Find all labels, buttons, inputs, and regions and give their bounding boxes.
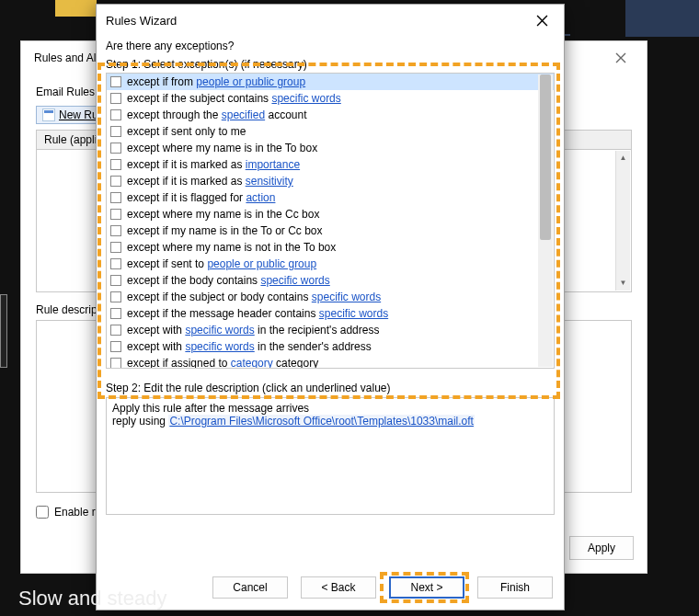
exception-checkbox[interactable] bbox=[110, 341, 121, 352]
exception-link[interactable]: specific words bbox=[185, 340, 254, 353]
step1-label: Step 1: Select exception(s) (if necessar… bbox=[106, 58, 555, 71]
scrollbar[interactable] bbox=[538, 74, 553, 367]
exception-checkbox[interactable] bbox=[110, 325, 121, 336]
exception-link[interactable]: sensitivity bbox=[246, 175, 293, 188]
exception-text: except if it is marked as sensitivity bbox=[127, 175, 293, 188]
folder-icon-fragment bbox=[55, 0, 97, 17]
exception-row[interactable]: except where my name is in the To box bbox=[107, 140, 554, 156]
exception-link[interactable]: importance bbox=[246, 158, 300, 171]
exception-checkbox[interactable] bbox=[110, 209, 121, 220]
exception-checkbox[interactable] bbox=[110, 159, 121, 170]
close-icon[interactable] bbox=[608, 45, 634, 71]
exception-row[interactable]: except if it is marked as importance bbox=[107, 156, 554, 173]
exception-text: except if the subject contains specific … bbox=[127, 92, 341, 105]
apply-button[interactable]: Apply bbox=[569, 536, 634, 560]
exception-row[interactable]: except if my name is in the To or Cc box bbox=[107, 222, 554, 239]
exception-text: except with specific words in the sender… bbox=[127, 340, 372, 353]
exception-checkbox[interactable] bbox=[110, 143, 121, 154]
cancel-button[interactable]: Cancel bbox=[212, 576, 288, 599]
exception-checkbox[interactable] bbox=[110, 225, 121, 236]
exception-link[interactable]: category bbox=[231, 357, 273, 369]
enable-rss-checkbox[interactable] bbox=[36, 506, 49, 519]
exception-row[interactable]: except if the message header contains sp… bbox=[107, 305, 554, 322]
exception-checkbox[interactable] bbox=[110, 76, 121, 87]
exception-checkbox[interactable] bbox=[110, 291, 121, 302]
exception-row[interactable]: except where my name is in the Cc box bbox=[107, 206, 554, 222]
exception-row[interactable]: except if it is marked as sensitivity bbox=[107, 173, 554, 189]
exception-row[interactable]: except if sent to people or public group bbox=[107, 256, 554, 272]
exception-row[interactable]: except with specific words in the sender… bbox=[107, 338, 554, 355]
exception-text: except if sent to people or public group bbox=[127, 257, 316, 270]
exception-text: except where my name is in the To box bbox=[127, 142, 317, 154]
exception-link[interactable]: specific words bbox=[185, 324, 254, 337]
exception-text: except if the body contains specific wor… bbox=[127, 274, 330, 287]
exception-text: except with specific words in the recipi… bbox=[127, 324, 379, 337]
exception-text: except if assigned to category category bbox=[127, 357, 318, 369]
close-icon[interactable] bbox=[529, 7, 555, 33]
exception-text: except if the message header contains sp… bbox=[127, 307, 388, 320]
new-rule-icon bbox=[42, 108, 55, 121]
scrollbar-thumb[interactable] bbox=[540, 74, 551, 240]
exception-link[interactable]: specific words bbox=[319, 307, 388, 320]
desc-line-2: reply using C:\Program Files\Microsoft O… bbox=[112, 415, 548, 428]
wizard-title: Rules Wizard bbox=[106, 14, 177, 28]
exception-checkbox[interactable] bbox=[110, 93, 121, 104]
exception-text: except if it is marked as importance bbox=[127, 158, 300, 171]
exception-row[interactable]: except if the subject contains specific … bbox=[107, 90, 554, 107]
exception-checkbox[interactable] bbox=[110, 109, 121, 120]
wizard-question: Are there any exceptions? bbox=[106, 40, 555, 52]
exception-checkbox[interactable] bbox=[110, 358, 121, 369]
rules-wizard-window: Rules Wizard Are there any exceptions? S… bbox=[96, 4, 565, 610]
exception-link[interactable]: specific words bbox=[260, 274, 329, 287]
scrollbar[interactable]: ▲ ▼ bbox=[615, 151, 630, 291]
exception-row[interactable]: except through the specified account bbox=[107, 107, 554, 123]
exception-row[interactable]: except if sent only to me bbox=[107, 123, 554, 140]
exception-link[interactable]: specific words bbox=[312, 291, 381, 303]
exception-link[interactable]: specified bbox=[222, 108, 265, 121]
exception-checkbox[interactable] bbox=[110, 308, 121, 319]
exception-link[interactable]: specific words bbox=[271, 92, 340, 105]
exception-row[interactable]: except if the subject or body contains s… bbox=[107, 289, 554, 305]
exception-text: except if from people or public group bbox=[127, 75, 305, 88]
background-caption: Slow and steady bbox=[18, 587, 166, 610]
exception-text: except if the subject or body contains s… bbox=[127, 291, 381, 303]
exceptions-list[interactable]: except if from people or public groupexc… bbox=[106, 73, 555, 369]
exception-checkbox[interactable] bbox=[110, 126, 121, 137]
template-path-link[interactable]: C:\Program Files\Microsoft Office\root\T… bbox=[168, 415, 475, 428]
exception-row[interactable]: except if it is flagged for action bbox=[107, 189, 554, 206]
rule-description-editor[interactable]: Apply this rule after the message arrive… bbox=[106, 397, 555, 515]
exception-link[interactable]: action bbox=[246, 191, 275, 204]
exception-checkbox[interactable] bbox=[110, 242, 121, 253]
exception-checkbox[interactable] bbox=[110, 258, 121, 269]
scroll-down-icon[interactable]: ▼ bbox=[616, 276, 630, 291]
exception-row[interactable]: except if from people or public group bbox=[107, 74, 554, 90]
step2-label: Step 2: Edit the rule description (click… bbox=[106, 382, 555, 394]
exception-link[interactable]: people or public group bbox=[196, 75, 305, 88]
exception-row[interactable]: except where my name is not in the To bo… bbox=[107, 239, 554, 256]
exception-text: except if sent only to me bbox=[127, 125, 246, 138]
exception-text: except if my name is in the To or Cc box bbox=[127, 224, 323, 237]
next-button[interactable]: Next > bbox=[389, 576, 464, 599]
exception-checkbox[interactable] bbox=[110, 176, 121, 187]
background-panel-edge bbox=[0, 294, 7, 368]
scroll-up-icon[interactable]: ▲ bbox=[616, 151, 630, 165]
exception-text: except where my name is not in the To bo… bbox=[127, 241, 336, 254]
exception-checkbox[interactable] bbox=[110, 275, 121, 286]
exception-text: except where my name is in the Cc box bbox=[127, 208, 319, 221]
finish-button[interactable]: Finish bbox=[477, 576, 553, 599]
back-button[interactable]: < Back bbox=[301, 576, 376, 599]
desc-line-2-pre: reply using bbox=[112, 415, 168, 428]
exception-checkbox[interactable] bbox=[110, 192, 121, 203]
exception-row[interactable]: except with specific words in the recipi… bbox=[107, 322, 554, 338]
exception-link[interactable]: people or public group bbox=[207, 257, 316, 270]
exception-text: except if it is flagged for action bbox=[127, 191, 275, 204]
exception-text: except through the specified account bbox=[127, 108, 307, 121]
exception-row[interactable]: except if assigned to category category bbox=[107, 355, 554, 369]
desc-line-1: Apply this rule after the message arrive… bbox=[112, 402, 548, 415]
exception-row[interactable]: except if the body contains specific wor… bbox=[107, 272, 554, 289]
